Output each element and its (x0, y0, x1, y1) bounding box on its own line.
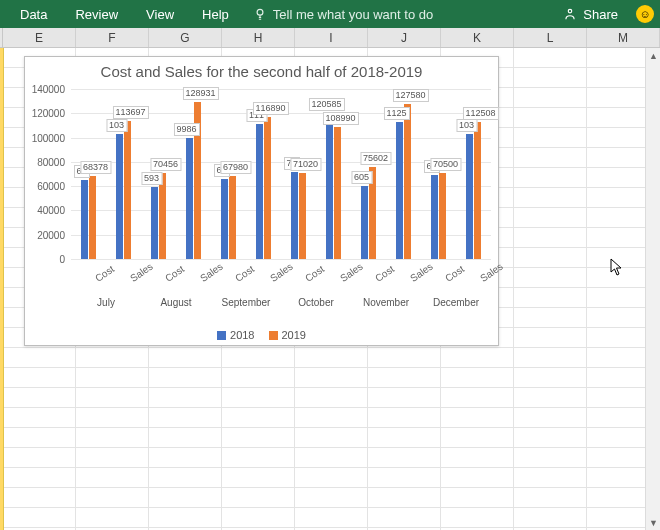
colhead[interactable]: F (76, 28, 149, 47)
bars: 6568378103113697593704569986128931666798… (71, 89, 491, 259)
bar-2018[interactable] (466, 134, 473, 259)
month-label: July (71, 297, 141, 308)
feedback-icon[interactable]: ☺ (636, 5, 654, 23)
data-label: 120585 (308, 98, 344, 111)
bar-2019[interactable] (124, 121, 131, 259)
tell-me[interactable]: Tell me what you want to do (243, 7, 443, 22)
month-label: August (141, 297, 211, 308)
colhead[interactable]: L (514, 28, 587, 47)
y-tick: 40000 (37, 205, 65, 216)
data-label: 67980 (220, 161, 251, 174)
bar-2018[interactable] (326, 113, 333, 259)
subcat-label: Cost (443, 263, 466, 284)
bar-2018[interactable] (221, 179, 228, 259)
embedded-chart[interactable]: Cost and Sales for the second half of 20… (24, 56, 499, 346)
share-button[interactable]: Share (553, 7, 628, 22)
y-axis: 020000400006000080000100000120000140000 (25, 89, 69, 259)
y-tick: 140000 (32, 84, 65, 95)
bar-2018[interactable] (116, 134, 123, 259)
bar-2019[interactable] (404, 104, 411, 259)
y-tick: 60000 (37, 181, 65, 192)
scroll-down-icon[interactable]: ▼ (646, 515, 660, 530)
tab-review[interactable]: Review (61, 0, 132, 28)
tab-view[interactable]: View (132, 0, 188, 28)
bar-2018[interactable] (256, 124, 263, 259)
bar-2018[interactable] (396, 122, 403, 259)
month-label: December (421, 297, 491, 308)
colhead[interactable]: I (295, 28, 368, 47)
data-label: 127580 (392, 89, 428, 102)
lightbulb-icon (253, 7, 267, 21)
legend: 2018 2019 (25, 329, 498, 341)
bar-2018[interactable] (151, 187, 158, 259)
y-tick: 80000 (37, 156, 65, 167)
data-label: 108990 (322, 112, 358, 125)
colhead[interactable]: J (368, 28, 441, 47)
legend-item-2019: 2019 (269, 329, 306, 341)
legend-swatch (217, 331, 226, 340)
subcat-label: Cost (373, 263, 396, 284)
bar-2018[interactable] (186, 138, 193, 259)
tell-me-label: Tell me what you want to do (273, 7, 433, 22)
bar-2018[interactable] (81, 180, 88, 259)
bar-2019[interactable] (159, 173, 166, 259)
colhead[interactable]: G (149, 28, 222, 47)
legend-label: 2018 (230, 329, 254, 341)
bar-2019[interactable] (264, 117, 271, 259)
colhead[interactable]: H (222, 28, 295, 47)
y-tick: 20000 (37, 229, 65, 240)
data-label: 9986 (173, 123, 199, 136)
bar-2019[interactable] (439, 173, 446, 259)
data-label: 593 (141, 172, 162, 185)
column-headers: E F G H I J K L M (0, 28, 660, 48)
bar-2019[interactable] (229, 176, 236, 259)
ribbon: Data Review View Help Tell me what you w… (0, 0, 660, 28)
scroll-up-icon[interactable]: ▲ (646, 48, 660, 63)
svg-point-1 (569, 9, 573, 13)
chart-title: Cost and Sales for the second half of 20… (25, 57, 498, 82)
data-label: 70500 (430, 158, 461, 171)
colhead[interactable]: E (3, 28, 76, 47)
share-icon (563, 7, 577, 21)
month-label: September (211, 297, 281, 308)
share-label: Share (583, 7, 618, 22)
data-label: 605 (351, 171, 372, 184)
data-label: 103 (106, 119, 127, 132)
svg-point-0 (257, 9, 263, 15)
subcat-label: Sales (338, 261, 365, 284)
bar-2019[interactable] (334, 127, 341, 259)
colhead[interactable]: M (587, 28, 660, 47)
tab-help[interactable]: Help (188, 0, 243, 28)
subcat-label: Sales (128, 261, 155, 284)
bar-2019[interactable] (299, 173, 306, 259)
bar-2019[interactable] (474, 122, 481, 259)
subcat-label: Cost (93, 263, 116, 284)
y-tick: 0 (59, 254, 65, 265)
y-tick: 100000 (32, 132, 65, 143)
bar-2018[interactable] (291, 172, 298, 259)
subcat-label: Cost (303, 263, 326, 284)
subcat-label: Sales (408, 261, 435, 284)
data-label: 103 (456, 119, 477, 132)
colhead[interactable]: K (441, 28, 514, 47)
legend-item-2018: 2018 (217, 329, 254, 341)
tab-data[interactable]: Data (6, 0, 61, 28)
subcat-label: Sales (478, 261, 505, 284)
data-label: 70456 (150, 158, 181, 171)
worksheet-grid[interactable]: Cost and Sales for the second half of 20… (0, 48, 660, 530)
data-label: 112508 (462, 107, 498, 120)
bar-2018[interactable] (431, 175, 438, 259)
data-label: 128931 (182, 87, 218, 100)
bar-2018[interactable] (361, 186, 368, 259)
data-label: 116890 (252, 102, 288, 115)
subcat-label: Cost (233, 263, 256, 284)
data-label: 68378 (80, 161, 111, 174)
data-label: 71020 (290, 158, 321, 171)
vertical-scrollbar[interactable]: ▲ ▼ (645, 48, 660, 530)
plot-area: 6568378103113697593704569986128931666798… (71, 89, 491, 259)
subcat-label: Sales (268, 261, 295, 284)
data-label: 75602 (360, 152, 391, 165)
bar-2019[interactable] (89, 176, 96, 259)
subcat-label: Cost (163, 263, 186, 284)
cursor-icon (610, 258, 626, 280)
